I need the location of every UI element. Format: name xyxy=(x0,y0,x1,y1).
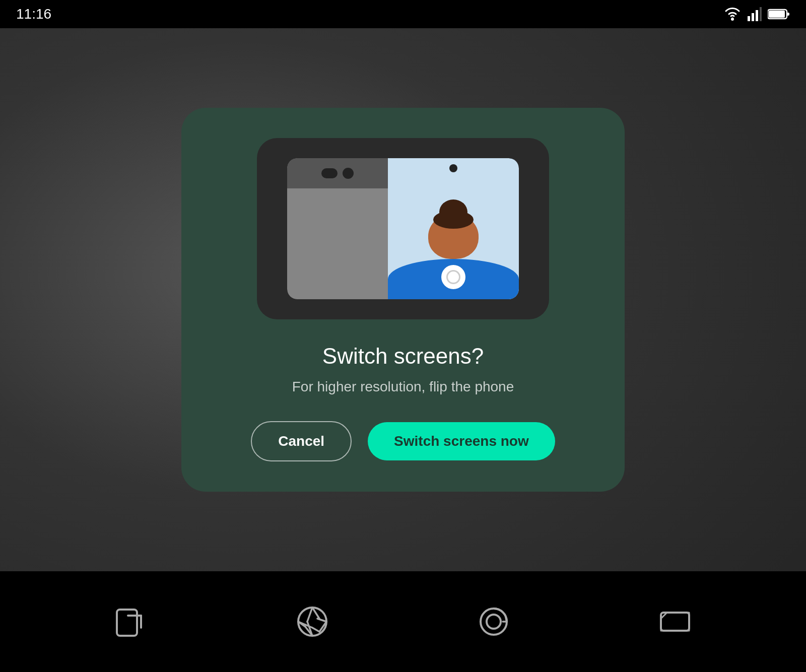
camera-bar xyxy=(287,158,388,188)
svg-line-13 xyxy=(317,619,326,622)
battery-icon xyxy=(768,8,790,20)
svg-rect-6 xyxy=(787,13,789,16)
flip-camera-icon[interactable] xyxy=(476,603,512,640)
svg-line-19 xyxy=(312,628,319,632)
svg-line-11 xyxy=(307,608,312,622)
switch-screens-button[interactable]: Switch screens now xyxy=(368,422,555,460)
svg-point-10 xyxy=(298,608,326,636)
wifi-icon xyxy=(723,7,742,21)
status-time: 11:16 xyxy=(16,6,51,22)
svg-rect-8 xyxy=(117,610,137,636)
bottom-bar xyxy=(0,571,806,672)
aspect-ratio-icon[interactable] xyxy=(657,603,693,640)
dialog-card: Switch screens? For higher resolution, f… xyxy=(181,108,625,492)
dialog-subtitle: For higher resolution, flip the phone xyxy=(292,379,514,395)
camera-lens-wide xyxy=(321,168,338,178)
dialog-title: Switch screens? xyxy=(322,344,484,369)
svg-rect-4 xyxy=(760,7,762,21)
svg-rect-3 xyxy=(756,10,758,21)
flip-front-icon[interactable] xyxy=(113,603,149,640)
avatar-hair xyxy=(439,199,467,225)
status-icons xyxy=(723,7,790,21)
status-bar: 11:16 xyxy=(0,0,806,28)
front-camera-dot xyxy=(449,164,457,172)
phone-body xyxy=(287,158,519,299)
phone-left-screen xyxy=(287,158,388,299)
svg-point-0 xyxy=(731,18,734,21)
svg-point-22 xyxy=(487,615,501,629)
svg-rect-7 xyxy=(769,11,785,18)
shutter-icon[interactable] xyxy=(294,603,330,640)
phone-right-screen xyxy=(388,158,519,299)
record-inner xyxy=(446,270,460,284)
dialog-area: Switch screens? For higher resolution, f… xyxy=(0,28,806,571)
svg-rect-1 xyxy=(748,16,750,21)
signal-icon xyxy=(748,7,762,21)
dialog-buttons: Cancel Switch screens now xyxy=(251,421,555,461)
record-button-indicator xyxy=(441,265,465,289)
phone-illustration xyxy=(257,138,549,319)
camera-lens-tele xyxy=(343,168,354,179)
svg-rect-2 xyxy=(752,13,754,21)
cancel-button[interactable]: Cancel xyxy=(251,421,352,461)
avatar-head xyxy=(428,214,479,259)
